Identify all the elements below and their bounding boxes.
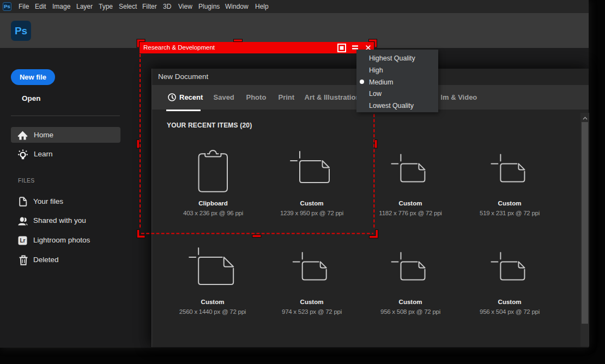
svg-text:Lr: Lr bbox=[20, 238, 26, 244]
